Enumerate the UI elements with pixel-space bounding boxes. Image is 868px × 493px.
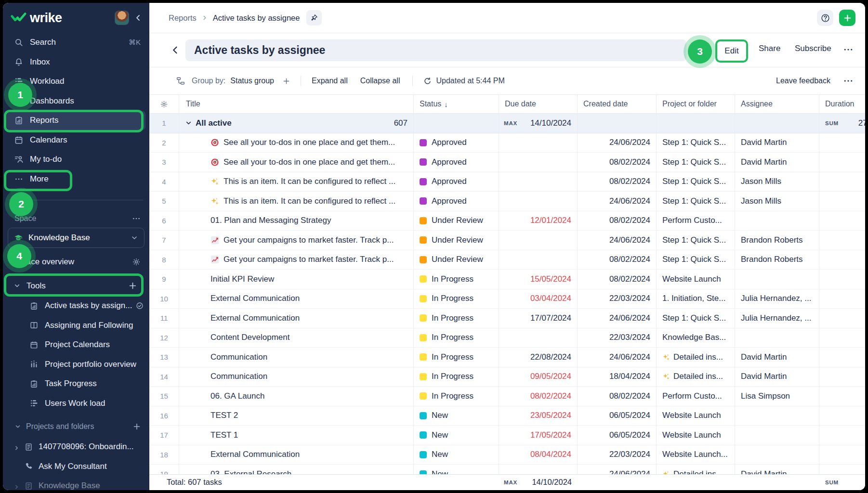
created-date: 22/03/2024 (609, 294, 650, 303)
assignee-cell: David Martin (735, 133, 819, 153)
task-title-cell: TEST 2 (179, 406, 414, 426)
report-title-field[interactable]: Active tasks by assignee (185, 39, 686, 61)
sidebar-item-label: My to-do (30, 155, 62, 164)
table-row[interactable]: 3See all your to-dos in one place and ge… (149, 153, 865, 172)
add-project-button[interactable] (133, 423, 141, 430)
due-date-cell: 17/07/2024 (499, 309, 578, 328)
table-row[interactable]: 16TEST 2New23/05/202406/05/2024Website L… (149, 406, 865, 426)
table-row[interactable]: 14CommunicationIn Progress09/05/202418/0… (149, 367, 865, 387)
group-row-all-active[interactable]: 1 All active 607 MAX 14/10/2024 SUM 272 (149, 114, 865, 133)
chevron-right-icon (13, 444, 20, 450)
column-header-duration[interactable]: Duration (819, 95, 865, 113)
assignee-cell: Brandon Roberts (735, 250, 819, 270)
sidebar-item-search[interactable]: Search⌘K (7, 33, 145, 52)
table-row[interactable]: 17TEST 1New17/05/202406/05/2024Website L… (149, 426, 865, 445)
sidebar-tool-assigning-and-following[interactable]: Assigning and Following (7, 316, 145, 336)
column-header-status[interactable]: Status↓ (414, 95, 499, 113)
table-row[interactable]: 4This is an item. It can be configured t… (149, 172, 865, 192)
group-by-value[interactable]: Status group (230, 77, 274, 85)
collapse-sidebar-button[interactable] (132, 12, 145, 24)
table-row[interactable]: 9Initial KPI ReviewIn Progress15/05/2024… (149, 270, 865, 289)
project-name: Website Launch... (662, 450, 728, 459)
gear-icon[interactable] (132, 258, 141, 266)
table-row[interactable]: 1506. GA LaunchIn Progress08/02/202408/0… (149, 387, 865, 406)
sidebar-tool-users-work-load[interactable]: Users Work load (7, 394, 145, 414)
chevron-right-icon (13, 483, 20, 489)
column-header-title[interactable]: Title (179, 95, 414, 113)
task-title-cell: This is an item. It can be configured to… (179, 192, 414, 211)
collapse-all-button[interactable]: Collapse all (360, 77, 400, 85)
task-title: TEST 2 (210, 411, 238, 420)
sidebar-project-knowledge-base[interactable]: Knowledge Base (7, 476, 145, 490)
column-header-assignee[interactable]: Assignee (735, 95, 819, 113)
table-row[interactable]: 601. Plan and Messaging StrategyUnder Re… (149, 211, 865, 231)
task-title-cell: Get your campaigns to market faster. Tra… (179, 250, 414, 270)
breadcrumb-reports[interactable]: Reports (169, 13, 197, 23)
sidebar-section-projects[interactable]: Projects and folders (7, 417, 145, 436)
space-more-button[interactable] (132, 214, 141, 223)
sidebar-tool-project-portfolio-overview[interactable]: Project portfolio overview (7, 355, 145, 375)
table-row[interactable]: 11External CommunicationIn Progress17/07… (149, 309, 865, 328)
reports-icon (14, 116, 23, 125)
sidebar-item-more[interactable]: More (7, 169, 145, 189)
row-number: 11 (160, 314, 168, 322)
subscribe-button[interactable]: Subscribe (795, 44, 831, 53)
task-title-cell: See all your to-dos in one place and get… (179, 153, 414, 172)
table-row[interactable]: 5This is an item. It can be configured t… (149, 192, 865, 211)
pin-button[interactable] (306, 10, 322, 26)
user-avatar[interactable] (115, 11, 129, 25)
keyboard-shortcut: ⌘K (129, 38, 141, 47)
due-date-cell: 08/02/2024 (499, 387, 578, 406)
task-title-content: TEST 2 (179, 411, 238, 420)
created-date-cell: 06/05/2024 (578, 406, 657, 426)
table-row[interactable]: 12Content DevelopmentIn Progress22/03/20… (149, 328, 865, 348)
task-title: This is an item. It can be configured to… (224, 177, 395, 186)
due-date-cell: 09/05/2024 (499, 367, 578, 387)
add-tool-button[interactable] (129, 282, 137, 290)
refresh-icon[interactable] (423, 77, 432, 85)
sidebar-project-ask-my-consultant[interactable]: Ask My Consultant (7, 457, 145, 477)
add-group-button[interactable] (283, 78, 290, 85)
row-number-cell: 16 (149, 406, 179, 426)
sort-descending-icon: ↓ (444, 100, 448, 108)
status-label: Approved (432, 157, 467, 167)
sidebar-item-reports[interactable]: Reports (7, 111, 145, 130)
sidebar-item-my-to-do[interactable]: My to-do (7, 150, 145, 169)
help-button[interactable] (817, 10, 833, 26)
sidebar-tool-task-progress[interactable]: Task Progress (7, 374, 145, 394)
column-header-created-date[interactable]: Created date (578, 95, 657, 113)
column-header-due-date[interactable]: Due date (499, 95, 578, 113)
sidebar-section-tools[interactable]: Tools (7, 276, 143, 296)
back-button[interactable] (171, 45, 180, 55)
group-by-icon[interactable] (176, 77, 185, 85)
toolbar-more-button[interactable] (843, 77, 854, 85)
expand-all-button[interactable]: Expand all (312, 77, 348, 85)
table-row[interactable]: 7Get your campaigns to market faster. Tr… (149, 231, 865, 250)
create-new-button[interactable] (839, 10, 855, 26)
created-date-cell: 08/02/2024 (578, 387, 657, 406)
table-row[interactable]: 2See all your to-dos in one place and ge… (149, 133, 865, 153)
space-selector[interactable]: Knowledge Base (8, 228, 145, 248)
edit-button[interactable]: Edit (715, 39, 748, 63)
table-row[interactable]: 18External CommunicationNew08/04/202422/… (149, 445, 865, 465)
sidebar-item-inbox[interactable]: Inbox (7, 52, 145, 72)
table-row[interactable]: 13CommunicationIn Progress22/08/202424/0… (149, 348, 865, 367)
toolbar-divider (412, 76, 413, 86)
sidebar-item-calendars[interactable]: Calendars (7, 130, 145, 150)
share-button[interactable]: Share (759, 44, 780, 53)
toolbar-divider (301, 76, 301, 86)
leave-feedback-button[interactable]: Leave feedback (776, 77, 830, 85)
sidebar-project-1407708096-onboardin[interactable]: 1407708096: Onboardin... (7, 437, 145, 457)
created-date-cell: 24/06/2024 (578, 348, 657, 367)
task-title-content: External Communication (179, 450, 300, 459)
column-header-project[interactable]: Project or folder (657, 95, 735, 113)
status-color-chip (420, 217, 427, 224)
table-settings-gear-icon[interactable] (160, 100, 168, 108)
sidebar-tool-project-calendars[interactable]: Project Calendars (7, 335, 145, 355)
sidebar-item-label: Calendars (30, 135, 67, 145)
table-row[interactable]: 10External CommunicationIn Progress03/04… (149, 289, 865, 309)
more-actions-button[interactable] (843, 45, 854, 54)
chevron-down-icon[interactable] (185, 119, 192, 127)
sidebar-tool-active-tasks-by-assign[interactable]: Active tasks by assign... (7, 296, 145, 316)
table-row[interactable]: 8Get your campaigns to market faster. Tr… (149, 250, 865, 270)
